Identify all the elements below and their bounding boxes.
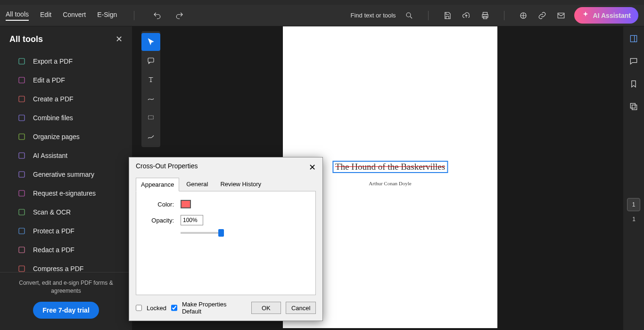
opacity-input[interactable]	[181, 215, 203, 225]
tool-list: Export a PDFEdit a PDFCreate a PDFCombin…	[0, 50, 132, 272]
print-icon[interactable]	[479, 10, 491, 21]
ai-assistant-label: AI Assistant	[593, 12, 631, 19]
svg-rect-14	[19, 209, 25, 215]
erase-tool-icon[interactable]	[141, 127, 160, 145]
sidebar-item-label: Combine files	[33, 114, 73, 122]
bookmark-icon[interactable]	[628, 78, 639, 90]
close-icon[interactable]: ✕	[116, 34, 123, 44]
document-title-crossed-out[interactable]: The Hound of the Baskervilles	[332, 161, 448, 173]
tool-icon	[17, 113, 26, 123]
tab-appearance[interactable]: Appearance	[136, 178, 179, 191]
sidebar-item-create-a-pdf[interactable]: Create a PDF	[0, 90, 132, 108]
dialog-title: Cross-Out Properties	[136, 162, 198, 173]
draw-tool-icon[interactable]	[141, 90, 160, 107]
sidebar-item-organize-pages[interactable]: Organize pages	[0, 127, 132, 146]
sidebar-item-scan-ocr[interactable]: Scan & OCR	[0, 203, 132, 222]
sidebar-title: All tools	[9, 34, 43, 44]
vertical-toolbar	[141, 31, 160, 147]
opacity-slider[interactable]	[181, 232, 223, 234]
sidebar-item-generative-summary[interactable]: Generative summary	[0, 165, 132, 184]
tool-icon	[17, 57, 26, 66]
make-default-checkbox[interactable]	[171, 305, 177, 311]
sidebar-item-ai-assistant[interactable]: AI Assistant	[0, 146, 132, 165]
svg-rect-6	[19, 58, 25, 64]
sidebar-item-request-e-signatures[interactable]: Request e-signatures	[0, 184, 132, 203]
svg-rect-12	[19, 172, 25, 177]
copy-icon[interactable]	[628, 101, 639, 112]
svg-rect-19	[149, 116, 154, 119]
sparkle-icon	[582, 11, 589, 20]
svg-rect-8	[19, 96, 25, 102]
sidebar-footer-text: Convert, edit and e-sign PDF forms & agr…	[9, 279, 123, 295]
tool-icon	[17, 245, 26, 255]
svg-rect-16	[19, 247, 25, 253]
tool-icon	[17, 189, 26, 198]
save-icon[interactable]	[442, 10, 453, 21]
chat-icon[interactable]	[628, 56, 639, 67]
tool-icon	[17, 264, 26, 272]
highlight-tool-icon[interactable]	[141, 108, 160, 126]
document-author: Arthur Conan Doyle	[369, 181, 411, 186]
sidebar-item-export-a-pdf[interactable]: Export a PDF	[0, 52, 132, 71]
cloud-upload-icon[interactable]	[461, 10, 472, 21]
sidebar-item-label: Protect a PDF	[33, 227, 74, 235]
svg-rect-11	[19, 153, 25, 158]
locked-label: Locked	[147, 305, 166, 312]
tool-icon	[17, 132, 26, 141]
sidebar-item-compress-a-pdf[interactable]: Compress a PDF	[0, 259, 132, 272]
svg-rect-21	[632, 105, 637, 110]
tab-review-history[interactable]: Review History	[215, 177, 266, 191]
page-number-box[interactable]: 1	[627, 198, 640, 211]
sidebar-item-label: Organize pages	[33, 133, 80, 140]
search-icon[interactable]	[404, 10, 415, 21]
separator	[428, 11, 429, 20]
tool-icon	[17, 226, 26, 236]
opacity-slider-thumb[interactable]	[218, 229, 224, 237]
cross-out-properties-dialog: Cross-Out Properties ✕ Appearance Genera…	[129, 157, 323, 321]
link-icon[interactable]	[537, 10, 548, 21]
sidebar-item-label: AI Assistant	[33, 152, 67, 159]
sidebar-item-label: Create a PDF	[33, 95, 74, 103]
sidebar-item-protect-a-pdf[interactable]: Protect a PDF	[0, 222, 132, 240]
select-tool-icon[interactable]	[141, 33, 160, 51]
panel-toggle-icon[interactable]	[628, 33, 639, 44]
tool-icon	[17, 94, 26, 104]
menu-convert[interactable]: Convert	[63, 11, 86, 20]
tool-icon	[17, 75, 26, 85]
free-trial-button[interactable]: Free 7-day trial	[33, 302, 99, 319]
opacity-label: Opacity:	[146, 217, 174, 224]
svg-rect-5	[558, 13, 564, 18]
sidebar-item-redact-a-pdf[interactable]: Redact a PDF	[0, 240, 132, 259]
ok-button[interactable]: OK	[251, 302, 281, 314]
menu-esign[interactable]: E-Sign	[97, 11, 117, 20]
locked-checkbox[interactable]	[136, 305, 142, 311]
svg-rect-20	[630, 35, 636, 41]
tool-icon	[17, 151, 26, 160]
color-swatch[interactable]	[181, 200, 191, 208]
tool-icon	[17, 170, 26, 179]
menu-all-tools[interactable]: All tools	[6, 10, 29, 21]
text-tool-icon[interactable]	[141, 71, 160, 89]
color-label: Color:	[146, 201, 174, 208]
cancel-button[interactable]: Cancel	[286, 302, 316, 314]
ai-assistant-button[interactable]: AI Assistant	[574, 7, 638, 24]
dialog-close-icon[interactable]: ✕	[309, 162, 316, 173]
separator	[504, 11, 504, 20]
svg-rect-22	[630, 103, 635, 108]
sidebar: All tools ✕ Export a PDFEdit a PDFCreate…	[0, 26, 132, 330]
comment-tool-icon[interactable]	[141, 52, 160, 70]
menu-edit[interactable]: Edit	[40, 11, 51, 20]
email-icon[interactable]	[555, 10, 567, 21]
share-icon[interactable]	[518, 10, 529, 21]
sidebar-item-edit-a-pdf[interactable]: Edit a PDF	[0, 71, 132, 90]
svg-rect-17	[19, 266, 25, 272]
sidebar-item-label: Generative summary	[33, 171, 94, 178]
svg-rect-13	[19, 190, 25, 196]
sidebar-item-combine-files[interactable]: Combine files	[0, 108, 132, 127]
sidebar-item-label: Edit a PDF	[33, 76, 65, 84]
svg-rect-9	[19, 115, 25, 121]
svg-rect-1	[483, 12, 487, 15]
redo-icon[interactable]	[174, 10, 185, 21]
tab-general[interactable]: General	[181, 177, 213, 191]
undo-icon[interactable]	[151, 10, 163, 21]
